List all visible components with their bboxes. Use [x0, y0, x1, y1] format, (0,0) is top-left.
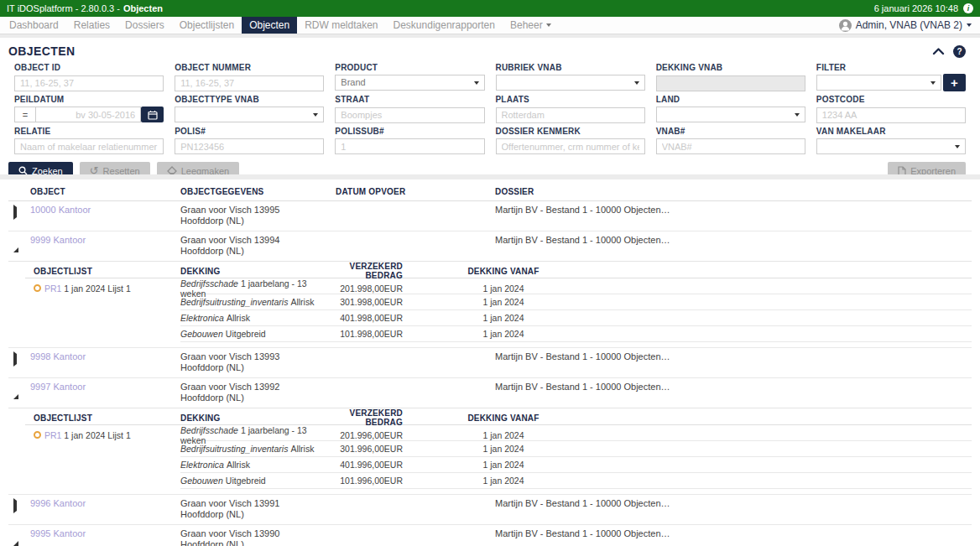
- col-object: OBJECT: [30, 187, 180, 196]
- van-makelaar-select[interactable]: [816, 138, 966, 154]
- col-verzekerd-bedrag: VERZEKERD BEDRAG: [327, 262, 420, 280]
- app-version-label: IT iDOSplatform - 2.80.0.3 -: [7, 3, 120, 13]
- nav-item-relaties[interactable]: Relaties: [66, 17, 117, 34]
- collapse-arrow-icon[interactable]: [8, 528, 30, 546]
- peildatum-operator[interactable]: =: [14, 107, 36, 122]
- dekking-vnab-input: [656, 75, 805, 91]
- chevron-down-icon: [313, 113, 318, 117]
- objecttype-vnab-select[interactable]: [175, 107, 324, 122]
- expand-arrow-icon[interactable]: [8, 498, 30, 520]
- col-dekking: DEKKING: [180, 267, 327, 276]
- field-product: PRODUCT Brand: [335, 63, 484, 91]
- field-relatie: RELATIE: [14, 127, 164, 155]
- field-plaats: PLAATS: [496, 95, 645, 123]
- main-navbar: Dashboard Relaties Dossiers Objectlijste…: [0, 17, 980, 34]
- page-title: OBJECTEN: [8, 44, 75, 58]
- user-avatar-icon: [839, 19, 852, 32]
- field-van-makelaar: VAN MAKELAAR: [816, 127, 966, 155]
- coverage-row: GebouwenUitgebreid 101.998,00EUR 1 jan 2…: [180, 326, 972, 342]
- coverage-row: Bedrijfsschade1 jaarbelang - 13 weken 20…: [180, 278, 972, 294]
- coverage-row: Bedrijfsuitrusting_inventarisAllrisk 301…: [180, 294, 972, 310]
- subtable-header-row: OBJECTLIJST DEKKING VERZEKERD BEDRAG DEK…: [25, 408, 972, 425]
- objectlist-status-icon: [34, 284, 41, 292]
- chevron-down-icon: [930, 81, 936, 85]
- land-select[interactable]: [656, 107, 805, 122]
- objectlist-subtable: OBJECTLIJST DEKKING VERZEKERD BEDRAG DEK…: [8, 408, 972, 495]
- nav-item-objecten[interactable]: Objecten: [242, 17, 297, 34]
- field-peildatum: PEILDATUM =: [14, 95, 164, 123]
- nav-item-beheer[interactable]: Beheer: [503, 17, 559, 34]
- objects-filter-panel: OBJECTEN ? OBJECT ID OBJECT NUMMER PRODU…: [0, 38, 980, 174]
- object-nummer-input[interactable]: [175, 75, 324, 91]
- resetten-button[interactable]: ↺ Resetten: [80, 162, 150, 174]
- vnab-input[interactable]: [656, 138, 805, 154]
- table-row: 9995 Kantoor Graan voor Visch 13990Hoofd…: [8, 525, 972, 546]
- object-id-input[interactable]: [14, 75, 164, 91]
- polissub-input[interactable]: [335, 138, 484, 154]
- undo-icon: ↺: [90, 165, 99, 174]
- zoeken-button[interactable]: Zoeken: [8, 162, 73, 174]
- col-objectlijst: OBJECTLIJST: [25, 413, 180, 423]
- col-dossier: DOSSIER: [495, 187, 972, 196]
- nav-item-dossiers[interactable]: Dossiers: [117, 17, 172, 34]
- user-menu[interactable]: Admin, VNAB (VNAB 2): [839, 17, 980, 34]
- expand-arrow-icon[interactable]: [8, 351, 30, 373]
- table-row: 9997 Kantoor Graan voor Visch 13992Hoofd…: [8, 378, 972, 408]
- help-icon[interactable]: ?: [953, 45, 966, 58]
- table-row: 9999 Kantoor Graan voor Visch 13994Hoofd…: [8, 231, 972, 262]
- object-link[interactable]: 9996 Kantoor: [30, 498, 86, 508]
- coverage-row: ElektronicaAllrisk 401.998,00EUR 1 jan 2…: [180, 310, 972, 326]
- filter-select[interactable]: [816, 75, 941, 91]
- object-link[interactable]: 9995 Kantoor: [30, 528, 86, 538]
- plaats-input[interactable]: [496, 107, 645, 123]
- coverage-row: Bedrijfsuitrusting_inventarisAllrisk 301…: [180, 441, 972, 457]
- leegmaken-button[interactable]: Leegmaken: [157, 162, 240, 174]
- top-title-bar: IT iDOSplatform - 2.80.0.3 - Objecten 6 …: [0, 0, 980, 17]
- nav-item-objectlijsten[interactable]: Objectlijsten: [172, 17, 242, 34]
- coverage-row: Bedrijfsschade1 jaarbelang - 13 weken 20…: [180, 425, 972, 441]
- straat-input[interactable]: [335, 107, 484, 123]
- current-page-label: Objecten: [123, 3, 163, 13]
- collapse-arrow-icon[interactable]: [8, 235, 30, 257]
- collapse-chevron-icon[interactable]: [932, 44, 945, 59]
- coverage-row: GebouwenUitgebreid 101.996,00EUR 1 jan 2…: [180, 473, 972, 489]
- add-filter-button[interactable]: +: [943, 74, 966, 91]
- chevron-down-icon: [546, 23, 551, 27]
- object-link[interactable]: 9997 Kantoor: [30, 382, 86, 392]
- nav-item-rdw-meldtaken[interactable]: RDW meldtaken: [297, 17, 385, 34]
- collapse-arrow-icon[interactable]: [8, 382, 30, 403]
- peildatum-input[interactable]: [36, 107, 141, 122]
- col-objectgegevens: OBJECTGEGEVENS: [180, 187, 336, 196]
- nav-item-deskundigenrapporten[interactable]: Deskundigenrapporten: [386, 17, 503, 34]
- postcode-input[interactable]: [816, 107, 966, 123]
- eraser-icon: [167, 166, 177, 174]
- chevron-down-icon: [474, 81, 479, 85]
- objectlist-link[interactable]: PR1: [44, 430, 61, 440]
- calendar-icon: [148, 110, 158, 120]
- dossier-kenmerk-input[interactable]: [496, 138, 645, 154]
- object-link[interactable]: 9999 Kantoor: [30, 235, 86, 245]
- relatie-input[interactable]: [14, 138, 164, 154]
- field-object-id: OBJECT ID: [14, 63, 164, 91]
- product-select[interactable]: Brand: [335, 75, 484, 91]
- field-straat: STRAAT: [335, 95, 484, 123]
- field-filter: FILTER +: [816, 63, 966, 91]
- field-polis: POLIS#: [175, 127, 324, 155]
- calendar-button[interactable]: [141, 107, 164, 122]
- field-vnab: VNAB#: [656, 127, 805, 155]
- polis-input[interactable]: [175, 138, 324, 154]
- exporteren-button[interactable]: Exporteren: [888, 162, 966, 174]
- nav-item-dashboard[interactable]: Dashboard: [2, 17, 66, 34]
- object-link[interactable]: 10000 Kantoor: [30, 205, 91, 215]
- subtable-header-row: OBJECTLIJST DEKKING VERZEKERD BEDRAG DEK…: [25, 262, 972, 278]
- objectlist-link[interactable]: PR1: [44, 283, 61, 294]
- field-land: LAND: [656, 95, 805, 123]
- expand-arrow-icon[interactable]: [8, 205, 30, 226]
- object-link[interactable]: 9998 Kantoor: [30, 351, 86, 361]
- datetime-label: 6 januari 2026 10:48: [874, 3, 958, 13]
- field-dossier-kenmerk: DOSSIER KENMERK: [496, 127, 645, 155]
- rubriek-vnab-select[interactable]: [496, 75, 645, 91]
- user-name-label: Admin, VNAB (VNAB 2): [856, 19, 962, 31]
- chevron-down-icon: [634, 81, 639, 85]
- info-icon[interactable]: i: [963, 3, 973, 13]
